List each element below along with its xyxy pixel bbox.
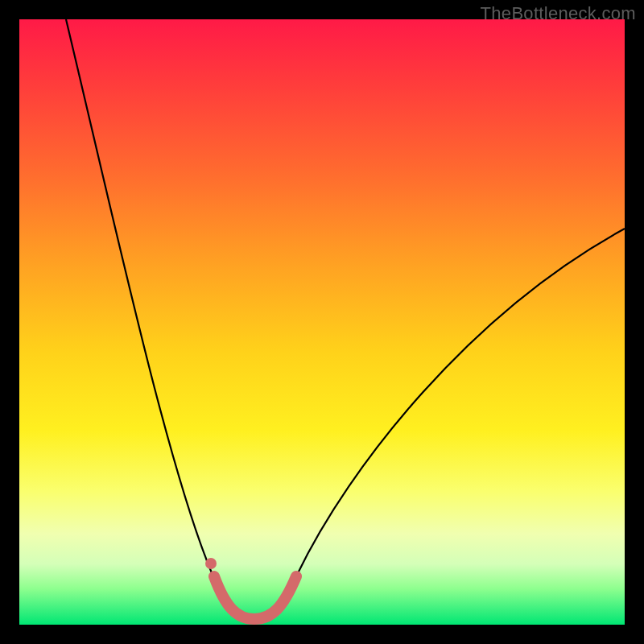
- curve-layer: [19, 19, 625, 625]
- bottleneck-curve: [66, 19, 625, 619]
- watermark-text: TheBottleneck.com: [481, 3, 636, 24]
- fit-quality-band: [214, 576, 296, 619]
- fit-quality-dot: [205, 558, 217, 569]
- chart-frame: [19, 19, 625, 625]
